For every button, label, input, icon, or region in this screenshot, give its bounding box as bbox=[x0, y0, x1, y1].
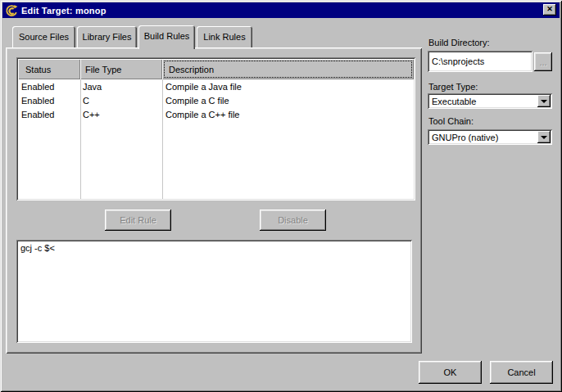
disable-label: Disable bbox=[278, 215, 308, 225]
tab-library-files[interactable]: Library Files bbox=[77, 26, 137, 47]
tab-label: Library Files bbox=[83, 32, 132, 42]
cell-status: Enabled bbox=[18, 110, 80, 119]
build-command-textarea[interactable]: gcj -c $< bbox=[16, 240, 412, 343]
cell-file-type: Java bbox=[80, 82, 162, 92]
target-type-dropdown[interactable]: Executable bbox=[428, 93, 552, 109]
column-header-description[interactable]: Description bbox=[162, 59, 414, 79]
disable-button[interactable]: Disable bbox=[260, 210, 326, 231]
tab-source-files[interactable]: Source Files bbox=[12, 26, 75, 47]
table-row[interactable]: Enabled C Compile a C file bbox=[18, 93, 414, 107]
title-bar: Edit Target: monop ✕ bbox=[2, 2, 560, 18]
table-row[interactable]: Enabled Java Compile a Java file bbox=[18, 79, 414, 93]
cell-description: Compile a C++ file bbox=[162, 110, 414, 119]
cell-status: Enabled bbox=[18, 82, 80, 92]
column-header-file-type[interactable]: File Type bbox=[80, 59, 162, 79]
ok-button[interactable]: OK bbox=[419, 361, 482, 384]
tool-chain-value: GNUPro (native) bbox=[432, 129, 536, 145]
edit-target-dialog: Edit Target: monop ✕ Source Files Librar… bbox=[0, 0, 562, 392]
cell-description: Compile a C file bbox=[162, 96, 414, 106]
column-header-label: Status bbox=[25, 65, 51, 74]
build-rules-table: Status File Type Description Enabled Jav… bbox=[16, 57, 415, 201]
target-type-label: Target Type: bbox=[428, 82, 478, 92]
chevron-down-icon bbox=[541, 136, 547, 139]
tool-chain-dropdown[interactable]: GNUPro (native) bbox=[428, 129, 552, 145]
tab-label: Link Rules bbox=[203, 32, 245, 42]
table-row[interactable]: Enabled C++ Compile a C++ file bbox=[18, 107, 414, 121]
tab-build-rules[interactable]: Build Rules bbox=[138, 25, 195, 49]
dropdown-arrow-button[interactable] bbox=[537, 95, 551, 107]
browse-button[interactable]: ... bbox=[534, 52, 552, 71]
build-directory-label: Build Directory: bbox=[428, 38, 490, 47]
tab-link-rules[interactable]: Link Rules bbox=[197, 26, 252, 47]
cell-description: Compile a Java file bbox=[162, 82, 414, 92]
cell-file-type: C bbox=[80, 96, 162, 106]
edit-rule-button[interactable]: Edit Rule bbox=[105, 210, 171, 231]
target-type-value: Executable bbox=[432, 93, 536, 109]
close-icon: ✕ bbox=[546, 6, 553, 13]
cell-status: Enabled bbox=[18, 96, 80, 106]
cell-file-type: C++ bbox=[80, 110, 162, 119]
column-header-status[interactable]: Status bbox=[18, 59, 80, 79]
dropdown-arrow-button[interactable] bbox=[537, 131, 551, 143]
tool-chain-label: Tool Chain: bbox=[428, 116, 474, 126]
cancel-label: Cancel bbox=[507, 367, 535, 377]
edit-rule-label: Edit Rule bbox=[120, 215, 156, 225]
window-title: Edit Target: monop bbox=[21, 6, 107, 16]
cygnus-logo-icon bbox=[5, 4, 18, 17]
browse-label: ... bbox=[539, 57, 546, 67]
chevron-down-icon bbox=[541, 100, 547, 103]
close-button[interactable]: ✕ bbox=[543, 4, 556, 16]
column-header-label: Description bbox=[169, 65, 214, 74]
build-directory-input[interactable] bbox=[428, 51, 533, 72]
ok-label: OK bbox=[444, 367, 457, 377]
tab-label: Build Rules bbox=[144, 31, 190, 41]
column-header-label: File Type bbox=[85, 65, 121, 74]
build-directory-field-frame bbox=[428, 51, 533, 72]
table-header: Status File Type Description bbox=[18, 59, 414, 79]
cancel-button[interactable]: Cancel bbox=[490, 361, 553, 384]
tab-label: Source Files bbox=[19, 32, 69, 42]
